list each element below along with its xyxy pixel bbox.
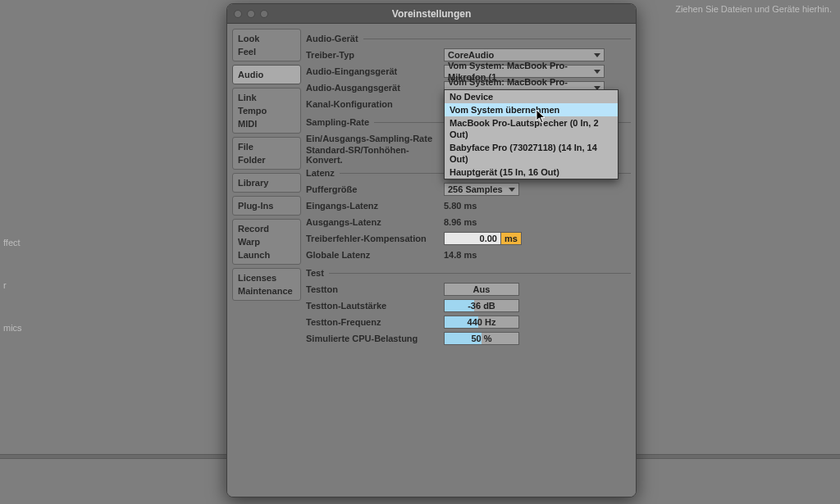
option-hauptgeraet[interactable]: Hauptgerät (15 In, 16 Out) [445,166,618,179]
slider-value: -36 [468,301,481,311]
tab-library[interactable]: Library [232,173,301,193]
tab-label: Library [238,176,295,189]
drop-hint-text: Ziehen Sie Dateien und Geräte hierhin. [675,4,832,14]
dropdown-value: CoreAudio [448,49,494,61]
titlebar[interactable]: Voreinstellungen [227,4,636,24]
tab-label: Licenses [238,271,295,284]
channel-config-label: Kanal-Konfiguration [306,99,444,109]
tab-label: Launch [238,248,295,261]
tab-label: Folder [238,153,295,166]
tab-licenses-maintenance[interactable]: Licenses Maintenance [232,268,301,301]
option-no-device[interactable]: No Device [445,90,618,103]
test-tone-toggle[interactable]: Aus [444,283,519,296]
chevron-down-icon [594,53,600,57]
slider-value: 50 [471,334,481,343]
buffer-size-label: Puffergröße [306,184,444,194]
dropdown-value: 256 Samples [448,184,503,195]
chevron-down-icon [594,70,600,74]
test-volume-slider[interactable]: -36 dB [444,299,519,312]
option-from-system[interactable]: Vom System übernehmen [445,103,618,116]
tab-label: MIDI [238,117,295,130]
test-tone-label: Testton [306,284,444,294]
test-freq-label: Testton-Frequenz [306,317,444,327]
cpu-usage-label: Simulierte CPU-Belastung [306,334,444,343]
window-title: Voreinstellungen [227,8,636,20]
overall-latency-value: 14.8 ms [444,250,477,260]
chevron-down-icon [509,188,515,192]
bg-label: r [3,280,62,290]
section-audio-device: Audio-Gerät [306,34,631,43]
preferences-sidebar: Look Feel Audio Link Tempo MIDI File Fol… [232,29,301,492]
driver-error-comp-unit: ms [501,232,522,245]
output-device-options: No Device Vom System übernehmen MacBook … [444,89,619,179]
output-latency-label: Ausgangs-Latenz [306,217,444,227]
section-label: Sampling-Rate [306,117,369,127]
input-device-label: Audio-Eingangsgerät [306,66,444,76]
tab-label: Feel [238,45,295,58]
section-label: Latenz [306,168,335,178]
preferences-content: Audio-Gerät Treiber-Typ CoreAudio Audio-… [306,29,631,492]
tab-label: File [238,140,295,153]
slider-unit: dB [483,301,495,311]
slider-unit: % [484,334,492,343]
output-latency-value: 8.96 ms [444,217,477,227]
driver-error-comp-input[interactable]: 0.00 [444,232,501,245]
io-sample-rate-label: Ein/Ausgangs-Sampling-Rate [306,134,444,143]
tab-plug-ins[interactable]: Plug-Ins [232,196,301,216]
overall-latency-label: Globale Latenz [306,250,444,260]
bg-label: mics [3,323,62,333]
input-latency-value: 5.80 ms [444,201,477,211]
tab-label: Warp [238,235,295,248]
slider-unit: Hz [485,317,495,327]
tab-label: Maintenance [238,284,295,297]
tab-label: Look [238,32,295,45]
slider-value: 440 [468,317,482,327]
tab-audio[interactable]: Audio [232,65,301,84]
default-sr-label: Standard-SR/Tonhöhen-Konvert. [306,145,444,165]
driver-error-comp-label: Treiberfehler-Kompensation [306,234,444,243]
tab-look-feel[interactable]: Look Feel [232,29,301,61]
section-label: Audio-Gerät [306,34,358,43]
section-label: Test [306,268,324,278]
tab-label: Link [238,91,295,104]
test-volume-label: Testton-Lautstärke [306,301,444,311]
test-freq-slider[interactable]: 440 Hz [444,316,519,329]
tab-label: Plug-Ins [238,199,295,212]
tab-file-folder[interactable]: File Folder [232,137,301,170]
option-macbook-speakers[interactable]: MacBook Pro-Lautsprecher (0 In, 2 Out) [445,116,618,141]
output-device-label: Audio-Ausgangsgerät [306,83,444,93]
background-browser-fragments: ffect r mics [0,0,66,504]
tab-record-warp-launch[interactable]: Record Warp Launch [232,219,301,265]
tab-label: Tempo [238,104,295,117]
cpu-usage-slider[interactable]: 50 % [444,332,519,345]
driver-type-label: Treiber-Typ [306,50,444,60]
buffer-size-dropdown[interactable]: 256 Samples [444,183,519,196]
preferences-window: Voreinstellungen Look Feel Audio Link Te… [226,3,637,497]
bg-label: ffect [3,238,62,247]
input-latency-label: Eingangs-Latenz [306,201,444,211]
tab-label: Audio [238,68,295,81]
option-babyface-pro[interactable]: Babyface Pro (73027118) (14 In, 14 Out) [445,141,618,166]
tab-link-tempo-midi[interactable]: Link Tempo MIDI [232,88,301,134]
section-test: Test [306,268,631,278]
tab-label: Record [238,222,295,235]
